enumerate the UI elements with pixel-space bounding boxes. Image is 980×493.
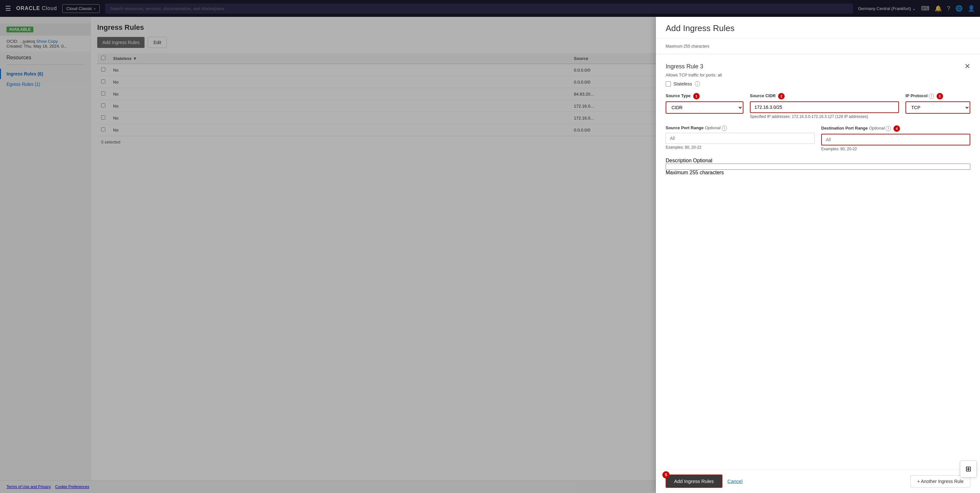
source-type-group: Source Type 1 CIDR [666, 93, 743, 119]
step-5-badge: 5 [662, 471, 670, 479]
source-cidr-label: Source CIDR 2 [750, 93, 899, 100]
add-ingress-rules-drawer: Add Ingress Rules Maximum 255 characters… [656, 17, 980, 493]
source-port-hint: Examples: 80, 20-22 [666, 145, 815, 150]
add-rules-button-wrapper: 5 Add Ingress Rules [666, 474, 722, 488]
dest-port-input[interactable] [821, 134, 970, 146]
source-cidr-hint: Specified IP addresses: 172.16.3.0-172.1… [750, 114, 899, 119]
dest-port-info-icon[interactable]: i [886, 126, 891, 131]
ip-protocol-info-icon[interactable]: i [929, 94, 934, 99]
drawer-title: Add Ingress Rules [666, 23, 970, 33]
rule-3-title: Ingress Rule 3 [666, 63, 703, 70]
prev-rule-maxchars: Maximum 255 characters [666, 42, 970, 51]
drawer-footer-left: 5 Add Ingress Rules Cancel [666, 474, 743, 488]
source-port-info-icon[interactable]: i [722, 126, 727, 131]
rule-allows-text: Allows TCP traffic for ports: all [666, 73, 970, 78]
ip-protocol-group: IP Protocol i 3 TCP [905, 93, 970, 119]
step-4-badge: 4 [894, 125, 900, 132]
drawer-footer: 5 Add Ingress Rules Cancel + Another Ing… [656, 469, 980, 493]
description-label: Description Optional [666, 158, 712, 163]
dest-port-group: Destination Port Range Optional i 4 Exam… [821, 125, 970, 151]
description-input[interactable] [666, 163, 970, 170]
form-row-type-cidr-protocol: Source Type 1 CIDR Source CIDR 2 Specifi… [666, 93, 970, 119]
previous-rule-partial: Maximum 255 characters [656, 39, 980, 54]
dest-port-label: Destination Port Range Optional i 4 [821, 125, 970, 132]
stateless-label: Stateless [673, 81, 692, 87]
description-maxchars: Maximum 255 characters [666, 170, 970, 176]
source-type-select[interactable]: CIDR [666, 101, 743, 114]
description-group: Description Optional Maximum 255 charact… [666, 158, 970, 176]
drawer-header: Add Ingress Rules [656, 17, 980, 39]
source-port-input[interactable] [666, 133, 815, 144]
step-3-badge: 3 [937, 93, 943, 100]
ip-protocol-select[interactable]: TCP [905, 101, 970, 114]
source-cidr-group: Source CIDR 2 Specified IP addresses: 17… [750, 93, 899, 119]
stateless-row: Stateless i [666, 81, 970, 87]
dest-port-hint: Examples: 80, 20-22 [821, 147, 970, 151]
rule-section-header: Ingress Rule 3 ✕ [666, 62, 970, 71]
source-port-label: Source Port Range Optional i [666, 125, 815, 131]
add-ingress-rules-submit-button[interactable]: Add Ingress Rules [666, 474, 722, 488]
ingress-rule-3-section: Ingress Rule 3 ✕ Allows TCP traffic for … [656, 54, 980, 190]
source-cidr-input[interactable] [750, 101, 899, 113]
step-1-badge: 1 [693, 93, 700, 100]
form-row-port-ranges: Source Port Range Optional i Examples: 8… [666, 125, 970, 151]
help-widget[interactable]: ⊞ [960, 461, 977, 477]
help-widget-icon: ⊞ [966, 465, 971, 473]
step-2-badge: 2 [778, 93, 784, 100]
stateless-info-icon[interactable]: i [695, 81, 700, 87]
ip-protocol-label: IP Protocol i 3 [905, 93, 970, 100]
close-rule-button[interactable]: ✕ [964, 62, 970, 71]
source-type-label: Source Type 1 [666, 93, 743, 100]
cancel-button[interactable]: Cancel [727, 479, 743, 484]
source-port-group: Source Port Range Optional i Examples: 8… [666, 125, 815, 151]
stateless-checkbox[interactable] [666, 81, 671, 87]
